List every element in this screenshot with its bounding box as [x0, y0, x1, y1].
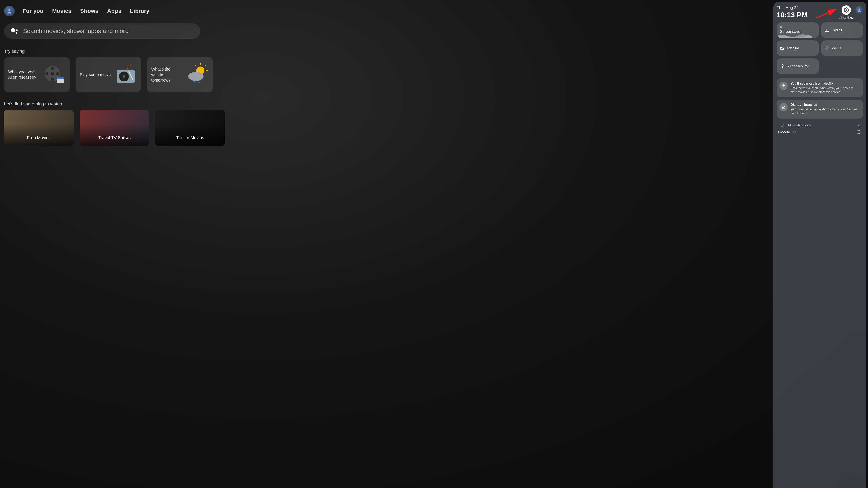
tab-movies[interactable]: Movies [52, 8, 71, 14]
svg-text:♫: ♫ [125, 64, 129, 70]
person-icon [6, 8, 12, 14]
watch-card-label: Travel TV Shows [98, 135, 131, 140]
notification-title: You'll see more from Netflix [790, 82, 860, 86]
datetime: Thu, Aug 22 10:13 PM [777, 5, 807, 19]
film-reel-icon [43, 63, 65, 86]
check-icon [779, 103, 788, 111]
svg-point-25 [781, 47, 782, 48]
notification-count: 4 [858, 124, 860, 127]
tile-label: Picture [787, 46, 799, 51]
try-card-text: Play some music [80, 72, 112, 77]
picture-icon [780, 46, 785, 51]
watch-title: Let's find something to watch [4, 101, 862, 107]
all-settings-button[interactable]: All settings [839, 5, 853, 19]
tile-label: Wi-Fi [832, 46, 841, 51]
wave-icon [777, 33, 812, 38]
notification-title: Disney+ installed [790, 103, 860, 107]
help-button[interactable] [857, 130, 861, 135]
time-label: 10:13 PM [777, 11, 807, 19]
svg-line-19 [195, 65, 196, 66]
nav-tabs: For you Movies Shows Apps Library [23, 8, 149, 14]
svg-point-26 [827, 50, 827, 50]
notification-body: You'll now get recommendations for movie… [790, 107, 860, 115]
tab-library[interactable]: Library [130, 8, 149, 14]
notification-body: Because you've been using Netflix, you'l… [790, 86, 860, 94]
status-dot-icon [780, 26, 782, 28]
tile-wifi[interactable]: Wi-Fi [821, 40, 863, 56]
profile-avatar[interactable] [4, 6, 15, 17]
notification-disney[interactable]: Disney+ installed You'll now get recomme… [777, 100, 863, 119]
svg-point-0 [8, 9, 10, 11]
svg-point-3 [51, 67, 54, 70]
tile-label: Inputs [832, 28, 842, 32]
try-card-music[interactable]: Play some music ♫ ♪ [75, 57, 141, 92]
svg-rect-8 [57, 77, 64, 79]
svg-point-5 [45, 72, 49, 75]
try-saying-title: Try saying [4, 48, 862, 54]
quick-settings-panel: Thu, Aug 22 10:13 PM All settings Screen… [773, 2, 866, 488]
watch-card-label: Thriller Movies [176, 135, 204, 140]
svg-point-20 [188, 72, 204, 81]
turntable-icon: ♫ ♪ [115, 63, 137, 86]
try-card-alien[interactable]: What year was Alien released? [4, 57, 69, 92]
svg-point-11 [123, 75, 125, 78]
watch-card-travel-tv[interactable]: Travel TV Shows [80, 110, 149, 146]
date-label: Thu, Aug 22 [777, 5, 807, 10]
tile-inputs[interactable]: Inputs [821, 23, 863, 38]
all-notifications-button[interactable]: All notifications 4 [777, 121, 863, 129]
svg-point-4 [51, 77, 54, 80]
all-settings-label: All settings [839, 16, 853, 19]
gear-icon [842, 5, 851, 15]
panel-footer: Google TV [777, 129, 863, 137]
tab-apps[interactable]: Apps [107, 8, 121, 14]
svg-point-21 [846, 9, 847, 11]
accessibility-icon [780, 64, 785, 69]
svg-line-18 [205, 65, 206, 66]
person-icon [857, 8, 862, 12]
home-screen: For you Movies Shows Apps Library Search… [0, 0, 868, 488]
svg-point-6 [56, 72, 59, 75]
quick-tiles: Screensaver Inputs Picture Wi-Fi [777, 23, 863, 74]
search-placeholder: Search movies, shows, apps and more [23, 28, 129, 35]
panel-profile-avatar[interactable] [855, 6, 863, 14]
try-card-text: What year was Alien released? [8, 69, 40, 80]
all-notifications-label: All notifications [788, 123, 855, 128]
try-saying-row: What year was Alien released? Play some … [4, 57, 862, 92]
help-icon [857, 130, 861, 134]
try-card-weather[interactable]: What's the weather tomorrow? [147, 57, 213, 92]
svg-point-27 [782, 64, 783, 65]
search-bar[interactable]: Search movies, shows, apps and more [4, 23, 200, 39]
watch-card-thriller[interactable]: Thriller Movies [155, 110, 225, 146]
svg-point-22 [858, 8, 860, 10]
assistant-icon [11, 27, 19, 35]
tab-shows[interactable]: Shows [80, 8, 98, 14]
brand-label: Google TV [778, 130, 796, 134]
svg-point-2 [51, 72, 54, 76]
bell-icon [781, 123, 785, 128]
input-icon [825, 28, 829, 33]
top-nav: For you Movies Shows Apps Library [4, 6, 862, 17]
tile-accessibility[interactable]: Accessibility [777, 59, 819, 74]
notification-netflix[interactable]: You'll see more from Netflix Because you… [777, 78, 863, 97]
watch-card-label: Free Movies [27, 135, 51, 140]
watch-card-free-movies[interactable]: Free Movies [4, 110, 73, 146]
weather-icon [186, 63, 209, 86]
tile-picture[interactable]: Picture [777, 40, 819, 56]
panel-header: Thu, Aug 22 10:13 PM All settings [777, 5, 863, 19]
svg-point-30 [858, 133, 859, 133]
try-card-text: What's the weather tomorrow? [151, 66, 183, 83]
svg-text:♪: ♪ [129, 63, 131, 68]
tile-label: Accessibility [787, 64, 808, 68]
watch-row: Free Movies Travel TV Shows Thriller Mov… [4, 110, 862, 146]
tab-for-you[interactable]: For you [23, 8, 43, 14]
tile-screensaver[interactable]: Screensaver [777, 23, 819, 38]
wifi-icon [825, 46, 829, 51]
sparkle-icon [779, 82, 788, 90]
